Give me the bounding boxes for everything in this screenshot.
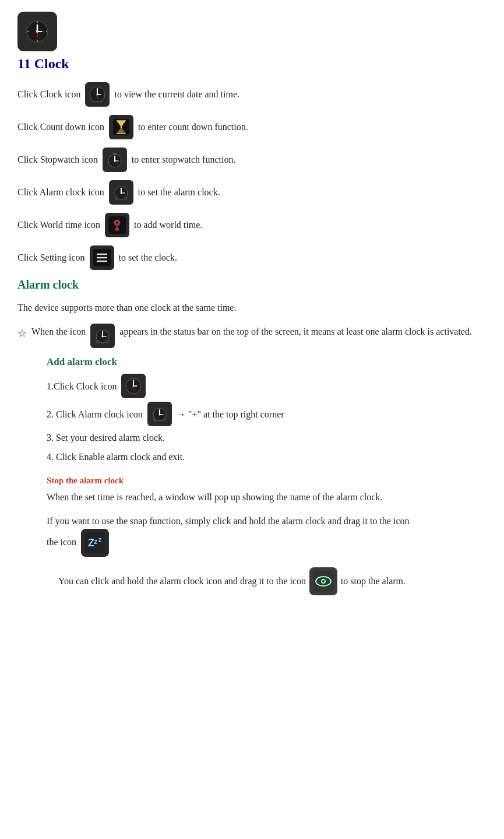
step2-alarm-icon[interactable] xyxy=(147,402,172,426)
alarm-clock-section-title: Alarm clock xyxy=(17,278,487,292)
svg-point-45 xyxy=(106,340,109,343)
countdown-icon[interactable] xyxy=(109,115,133,139)
alarm-clock-icon[interactable] xyxy=(109,180,133,205)
stopwatch-icon[interactable] xyxy=(103,148,127,172)
svg-text:z: z xyxy=(94,537,98,546)
step1-clock-icon[interactable] xyxy=(121,374,146,398)
click-alarm-suffix: to set the alarm clock. xyxy=(138,184,220,200)
svg-point-21 xyxy=(120,127,122,128)
instruction-click-alarm: Click Alarm clock icon to set the alarm … xyxy=(17,180,487,205)
step1-text: 1.Click Clock icon xyxy=(47,378,117,394)
click-stopwatch-suffix: to enter stopwatch function. xyxy=(132,152,236,167)
svg-point-37 xyxy=(116,222,118,224)
add-step-1: 1.Click Clock icon xyxy=(47,374,487,398)
svg-point-27 xyxy=(114,160,115,162)
click-setting-suffix: to set the clock. xyxy=(119,250,177,265)
settings-icon[interactable] xyxy=(90,245,114,270)
svg-point-5 xyxy=(46,31,47,32)
svg-point-48 xyxy=(102,336,104,338)
star-note-row: ☆ When the icon appears in the status ba… xyxy=(17,324,487,348)
svg-point-34 xyxy=(120,192,122,194)
instruction-click-clock: Click Clock icon to view the current dat… xyxy=(17,82,487,107)
eye-stop-icon xyxy=(309,567,337,595)
step2-suffix: → "+" at the top right corner xyxy=(177,406,284,422)
svg-point-9 xyxy=(36,30,38,33)
click-world-suffix: to add world time. xyxy=(134,217,202,233)
svg-text:z: z xyxy=(98,536,101,543)
snap-text: If you want to use the snap function, si… xyxy=(47,516,410,526)
click-countdown-prefix: Click Count down icon xyxy=(17,119,104,135)
snooze-icon-svg: Z z z xyxy=(84,532,105,553)
add-alarm-title: Add alarm clock xyxy=(47,356,487,368)
alarm-status-icon xyxy=(90,324,115,348)
instruction-click-stopwatch: Click Stopwatch icon to enter stopwatch … xyxy=(17,148,487,172)
svg-point-44 xyxy=(97,340,100,343)
add-step-3: 3. Set your desired alarm clock. xyxy=(47,430,487,445)
svg-point-61 xyxy=(158,414,160,416)
drag-suffix: to stop the alarm. xyxy=(341,573,406,589)
svg-point-69 xyxy=(322,580,325,582)
star-note-suffix: appears in the status bar on the top of … xyxy=(119,324,472,339)
svg-point-2 xyxy=(37,22,38,23)
instruction-click-world: Click World time icon to add world time. xyxy=(17,213,487,237)
svg-rect-24 xyxy=(113,153,117,155)
add-step-2: 2. Click Alarm clock icon → "+" at the t… xyxy=(47,402,487,426)
svg-point-4 xyxy=(27,31,29,32)
click-world-prefix: Click World time icon xyxy=(17,217,100,233)
drag-text-indent: You can click and hold the alarm clock i… xyxy=(58,573,306,589)
svg-point-31 xyxy=(124,197,127,200)
clock-icon[interactable] xyxy=(85,82,110,107)
eye-icon-svg xyxy=(313,571,334,592)
svg-point-3 xyxy=(37,40,38,41)
svg-point-54 xyxy=(133,385,135,387)
svg-point-58 xyxy=(163,419,165,422)
instruction-click-countdown: Click Count down icon to enter count dow… xyxy=(17,115,487,139)
snap-function-row: If you want to use the snap function, si… xyxy=(47,513,487,557)
click-clock-suffix: to view the current date and time. xyxy=(114,86,239,102)
add-step-4: 4. Click Enable alarm clock and exit. xyxy=(47,449,487,465)
add-alarm-section: Add alarm clock 1.Click Clock icon 2. Cl… xyxy=(47,356,487,465)
click-setting-prefix: Click Setting icon xyxy=(17,250,85,265)
svg-point-30 xyxy=(115,197,118,200)
alarm-description: The device supports more than one clock … xyxy=(17,300,487,315)
click-stopwatch-prefix: Click Stopwatch icon xyxy=(17,152,98,167)
the-icon-prefix: the icon xyxy=(47,537,76,547)
star-note-prefix: When the icon xyxy=(31,324,86,339)
instruction-click-setting: Click Setting icon to set the clock. xyxy=(17,245,487,270)
svg-point-57 xyxy=(153,419,156,422)
stop-alarm-section: Stop the alarm clock When the set time i… xyxy=(47,476,487,595)
step2-text: 2. Click Alarm clock icon xyxy=(47,406,143,422)
world-time-icon[interactable] xyxy=(105,213,129,237)
svg-point-15 xyxy=(97,94,98,96)
drag-stop-row: You can click and hold the alarm clock i… xyxy=(47,567,487,595)
click-countdown-suffix: to enter count down function. xyxy=(138,119,248,135)
header-clock-icon xyxy=(17,12,487,51)
clock-svg xyxy=(24,19,50,44)
click-clock-prefix: Click Clock icon xyxy=(17,86,80,102)
page-title: 11 Clock xyxy=(17,56,487,72)
click-alarm-prefix: Click Alarm clock icon xyxy=(17,184,104,200)
star-symbol: ☆ xyxy=(17,325,27,343)
stop-alarm-description: When the set time is reached, a window w… xyxy=(47,489,487,505)
stop-alarm-label: Stop the alarm clock xyxy=(47,476,487,486)
